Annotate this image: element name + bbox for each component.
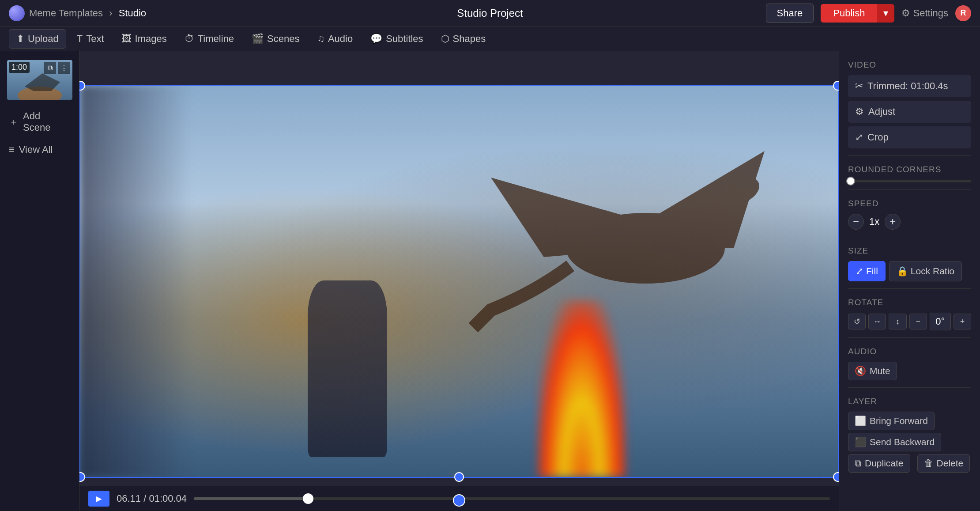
mute-button[interactable]: 🔇 Mute <box>848 362 897 380</box>
view-all-icon: ≡ <box>9 144 15 155</box>
timeline-label: Timeline <box>198 33 234 45</box>
rotate-minus-button[interactable]: − <box>909 314 927 329</box>
size-row: ⤢ Fill 🔒 Lock Ratio <box>848 261 971 281</box>
breadcrumb-parent[interactable]: Meme Templates <box>29 8 103 19</box>
timeline-thumb[interactable] <box>303 493 313 504</box>
divider-3 <box>848 237 971 237</box>
timeline-progress <box>194 497 308 500</box>
audio-button[interactable]: ♫ Audio <box>310 30 360 48</box>
scenes-button[interactable]: 🎬 Scenes <box>245 30 306 48</box>
speed-value: 1x <box>869 216 879 227</box>
bring-forward-icon: ⬜ <box>855 416 866 426</box>
speed-plus-button[interactable]: + <box>885 214 901 230</box>
audio-section-title: AUDIO <box>848 347 971 356</box>
handle-bottom-center[interactable] <box>454 472 464 482</box>
scenes-label: Scenes <box>267 33 299 45</box>
delete-icon: 🗑 <box>924 458 933 469</box>
text-button[interactable]: T Text <box>70 30 111 48</box>
time-sep: / <box>143 493 149 504</box>
images-icon: 🖼 <box>122 33 132 45</box>
adjust-button[interactable]: ⚙ Adjust <box>848 101 971 123</box>
main-layout: 1:00 ⧉ ⋮ ＋ Add Scene ≡ View All <box>0 51 980 511</box>
upload-icon: ⬆ <box>16 33 24 45</box>
duplicate-button[interactable]: ⧉ Duplicate <box>848 454 910 473</box>
images-label: Images <box>135 33 167 45</box>
add-scene-button[interactable]: ＋ Add Scene <box>0 105 79 139</box>
rounded-corners-slider-row <box>848 180 971 182</box>
shapes-button[interactable]: ⬡ Shapes <box>434 30 493 48</box>
settings-button[interactable]: ⚙ Settings <box>901 8 948 19</box>
speed-minus-button[interactable]: − <box>848 214 864 230</box>
handle-bottom-right[interactable] <box>833 472 839 482</box>
divider-5 <box>848 337 971 338</box>
nav-actions: Share Publish ▾ ⚙ Settings R <box>766 4 971 23</box>
divider-6 <box>848 387 971 388</box>
toolbar: ⬆ Upload T Text 🖼 Images ⏱ Timeline 🎬 Sc… <box>0 26 980 51</box>
rounded-corners-slider[interactable] <box>848 180 971 182</box>
timeline-button[interactable]: ⏱ Timeline <box>177 30 241 48</box>
scenes-icon: 🎬 <box>252 33 264 45</box>
trimmed-button[interactable]: ✂ Trimmed: 01:00.4s <box>848 75 971 97</box>
share-button[interactable]: Share <box>766 4 814 23</box>
duplicate-label: Duplicate <box>865 458 904 469</box>
mute-row: 🔇 Mute <box>848 362 971 380</box>
send-backward-icon: ⬛ <box>855 437 866 447</box>
speed-row: − 1x + <box>848 214 971 230</box>
timeline-track[interactable] <box>194 497 830 500</box>
add-scene-icon: ＋ <box>9 115 19 129</box>
project-title: Studio Project <box>457 7 523 19</box>
breadcrumb-child: Studio <box>119 8 146 19</box>
publish-button[interactable]: Publish <box>821 4 877 23</box>
subtitles-button[interactable]: 💬 Subtitles <box>363 30 430 48</box>
size-section-title: SIZE <box>848 246 971 256</box>
canvas-area[interactable]: ▶ 06.11 / 01:00.04 <box>79 51 839 511</box>
delete-label: Delete <box>937 458 964 469</box>
fill-label: Fill <box>866 266 878 276</box>
text-label: Text <box>86 33 104 45</box>
crop-label: Crop <box>867 132 889 143</box>
crop-button[interactable]: ⤢ Crop <box>848 126 971 148</box>
timeline-center-marker <box>453 494 465 507</box>
add-scene-label: Add Scene <box>23 110 70 133</box>
subtitles-icon: 💬 <box>370 33 382 45</box>
fill-icon: ⤢ <box>856 266 863 276</box>
fill-button[interactable]: ⤢ Fill <box>848 261 886 281</box>
lock-ratio-button[interactable]: 🔒 Lock Ratio <box>889 261 962 281</box>
delete-button[interactable]: 🗑 Delete <box>917 454 970 473</box>
scene-menu-button[interactable]: ⋮ <box>58 62 70 74</box>
rotate-ccw-button[interactable]: ↺ <box>848 314 866 329</box>
audio-icon: ♫ <box>317 33 324 45</box>
rotate-flip-h-button[interactable]: ↔ <box>868 314 886 329</box>
upload-button[interactable]: ⬆ Upload <box>9 29 66 49</box>
audio-label: Audio <box>328 33 353 45</box>
scene-thumbnail[interactable]: 1:00 ⧉ ⋮ <box>7 60 72 100</box>
send-backward-button[interactable]: ⬛ Send Backward <box>848 433 941 451</box>
timeline-icon: ⏱ <box>185 33 194 45</box>
fire-effect <box>538 300 626 477</box>
scene-thumb-actions: ⧉ ⋮ <box>44 62 70 74</box>
crop-icon: ⤢ <box>855 132 863 143</box>
send-backward-label: Send Backward <box>870 437 935 447</box>
publish-dropdown-button[interactable]: ▾ <box>877 4 894 23</box>
upload-label: Upload <box>28 33 59 45</box>
avatar: R <box>955 5 971 21</box>
slider-dot[interactable] <box>846 177 855 185</box>
handle-top-right[interactable] <box>833 81 839 91</box>
play-icon: ▶ <box>96 494 102 503</box>
images-button[interactable]: 🖼 Images <box>115 30 174 48</box>
bring-forward-button[interactable]: ⬜ Bring Forward <box>848 412 935 430</box>
scene-copy-button[interactable]: ⧉ <box>44 62 56 74</box>
view-all-button[interactable]: ≡ View All <box>0 139 79 161</box>
sidebar: 1:00 ⧉ ⋮ ＋ Add Scene ≡ View All <box>0 51 79 511</box>
play-button[interactable]: ▶ <box>88 491 109 507</box>
rounded-corners-title: ROUNDED CORNERS <box>848 165 971 174</box>
rotate-flip-v-button[interactable]: ↕ <box>889 314 906 329</box>
rotate-plus-button[interactable]: + <box>954 314 971 329</box>
layer-section-title: LAYER <box>848 397 971 406</box>
lock-icon: 🔒 <box>897 266 908 276</box>
timeline-bar: ▶ 06.11 / 01:00.04 <box>79 486 839 511</box>
view-all-label: View All <box>19 144 53 155</box>
right-panel: VIDEO ✂ Trimmed: 01:00.4s ⚙ Adjust ⤢ Cro… <box>839 51 980 511</box>
breadcrumb-sep: › <box>109 8 112 19</box>
blur-figure <box>80 86 191 477</box>
